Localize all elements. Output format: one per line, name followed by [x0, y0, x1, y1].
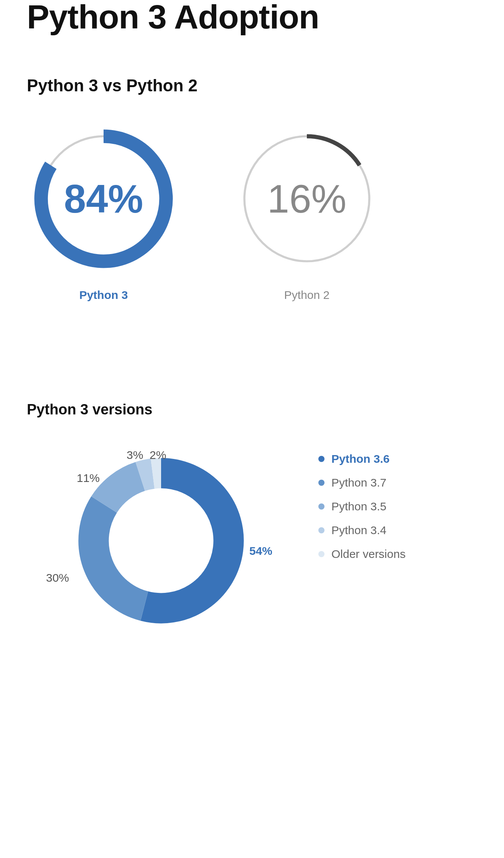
legend-item-2: Python 3.5 — [318, 500, 405, 513]
donut-slice-2 — [104, 477, 140, 505]
legend-swatch — [318, 551, 324, 557]
legend-item-1: Python 3.7 — [318, 476, 405, 489]
donut-slice-label-3: 3% — [127, 449, 143, 462]
gauge-label: Python 3 — [79, 289, 128, 302]
donut-slice-0 — [144, 473, 229, 608]
gauge-label: Python 2 — [284, 289, 329, 302]
gauge-svg: 84% — [31, 126, 176, 272]
legend-item-0: Python 3.6 — [318, 452, 405, 465]
donut-chart: 54%30%11%3%2% — [38, 445, 284, 660]
section2-heading: Python 3 versions — [27, 401, 477, 418]
donut-slice-label-0: 54% — [249, 544, 272, 558]
page-title: Python 3 Adoption — [27, 0, 477, 34]
legend-swatch — [318, 503, 324, 510]
legend-label: Python 3.7 — [331, 476, 386, 489]
donut-slice-label-4: 2% — [150, 449, 166, 462]
gauges-row: 84% Python 3 16% Python 2 — [31, 126, 477, 302]
section1-heading: Python 3 vs Python 2 — [27, 76, 477, 95]
legend-label: Python 3.5 — [331, 500, 386, 513]
gauge-1: 16% Python 2 — [234, 126, 380, 302]
gauge-svg: 16% — [234, 126, 380, 272]
gauge-value: 84% — [64, 177, 143, 221]
legend-label: Python 3.6 — [331, 452, 390, 465]
legend-swatch — [318, 480, 324, 486]
legend-item-3: Python 3.4 — [318, 524, 405, 537]
donut-slice-3 — [140, 474, 153, 476]
donut-svg — [77, 456, 245, 625]
legend-swatch — [318, 456, 324, 462]
donut-slice-label-1: 30% — [46, 571, 69, 584]
gauge-value: 16% — [267, 177, 346, 221]
gauge-arc — [307, 136, 360, 165]
legend-label: Python 3.4 — [331, 524, 386, 537]
legend-swatch — [318, 527, 324, 533]
donut-legend: Python 3.6 Python 3.7 Python 3.5 Python … — [318, 452, 405, 561]
gauge-0: 84% Python 3 — [31, 126, 176, 302]
legend-label: Older versions — [331, 548, 405, 561]
donut-slice-1 — [94, 505, 144, 606]
donut-slice-label-2: 11% — [77, 472, 100, 485]
donut-row: 54%30%11%3%2% Python 3.6 Python 3.7 Pyth… — [38, 445, 477, 660]
donut-slice-4 — [153, 473, 161, 474]
legend-item-4: Older versions — [318, 548, 405, 561]
